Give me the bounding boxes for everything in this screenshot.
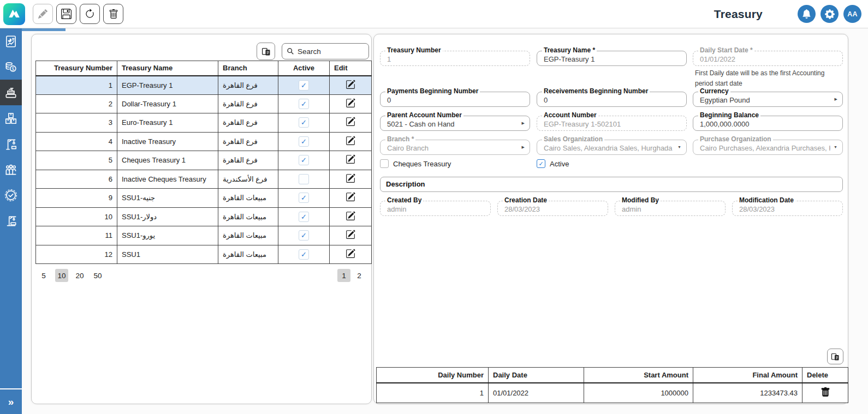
daily-table-row[interactable]: 1 01/01/2022 1000000 1233473.43: [377, 383, 848, 403]
table-row[interactable]: 5 Cheques Treasury 1 فرع القاهرة ✓: [36, 151, 372, 170]
edit-row-button[interactable]: [346, 98, 355, 108]
edit-row-button[interactable]: [346, 136, 355, 146]
treasury-name-cell: Inactive Cheques Treasury: [117, 170, 218, 189]
row-active-checkbox[interactable]: ✓: [299, 230, 309, 241]
copy-daily-table-button[interactable]: [827, 349, 843, 364]
accent-strip: [22, 28, 66, 31]
edit-row-button[interactable]: [346, 173, 355, 183]
table-row[interactable]: 3 Euro-Treasury 1 فرع القاهرة ✓: [36, 113, 372, 133]
sidebar-item-reports[interactable]: [0, 28, 22, 54]
expand-icon: »: [8, 396, 14, 408]
table-row[interactable]: 12 SSU1 مبيعات القاهرة ✓: [36, 245, 372, 264]
edit-row-button[interactable]: [346, 192, 355, 202]
treasury-number-cell: 1: [36, 76, 117, 95]
treasury-number-cell: 9: [36, 189, 117, 208]
search-input[interactable]: [298, 47, 358, 56]
treasury-name-cell: Inactive Treasury: [117, 132, 218, 151]
table-row[interactable]: 10 SSU1-دولار مبيعات القاهرة ✓: [36, 207, 372, 226]
sidebar-item-inventory[interactable]: [0, 105, 22, 131]
branch-cell: مبيعات القاهرة: [218, 207, 278, 226]
field-payments-beginning-number[interactable]: Payments Beginning Number 0: [380, 92, 530, 107]
edit-row-button[interactable]: [346, 249, 355, 259]
edit-row-button[interactable]: [346, 117, 355, 127]
field-value: 28/03/2023: [739, 205, 830, 213]
table-row[interactable]: 1 EGP-Treasury 1 فرع القاهرة ✓: [36, 76, 372, 95]
sidebar-item-projects[interactable]: [0, 131, 22, 157]
treasury-number-cell: 4: [36, 132, 117, 151]
sidebar-item-treasury[interactable]: [0, 80, 22, 105]
col-branch[interactable]: Branch: [218, 61, 278, 76]
col-final-amount: Final Amount: [693, 368, 802, 383]
table-header-row: Treasury Number Treasury Name Branch Act…: [36, 61, 372, 76]
table-row[interactable]: 4 Inactive Treasury فرع القاهرة ✓: [36, 132, 372, 151]
col-treasury-name[interactable]: Treasury Name: [117, 61, 218, 76]
table-row[interactable]: 9 SSU1-جنيه مبيعات القاهرة ✓: [36, 189, 372, 208]
table-row[interactable]: 11 SSU1-يورو مبيعات القاهرة ✓: [36, 226, 372, 245]
row-active-checkbox[interactable]: ✓: [299, 136, 309, 147]
branch-cell: مبيعات القاهرة: [218, 189, 278, 208]
edit-row-button[interactable]: [346, 211, 355, 221]
field-treasury-name[interactable]: Treasury Name * EGP-Treasury 1: [537, 51, 687, 66]
notifications-button[interactable]: [798, 5, 816, 23]
active-checkbox[interactable]: ✓: [537, 159, 545, 168]
chevron-right-icon[interactable]: ▶: [522, 121, 525, 125]
row-active-checkbox[interactable]: ✓: [299, 249, 309, 260]
page-size-option[interactable]: 10: [55, 269, 68, 282]
edit-row-button[interactable]: [346, 230, 355, 239]
edit-row-button[interactable]: [346, 80, 355, 89]
sidebar-item-construction[interactable]: [0, 208, 22, 233]
table-row[interactable]: 2 Dollar-Treasury 1 فرع القاهرة ✓: [36, 94, 372, 113]
app-logo[interactable]: [3, 3, 25, 25]
start-amount-cell: 1000000: [584, 383, 693, 403]
field-purchase-organization: Purchase Organization Cairo Purchases, A…: [693, 140, 843, 155]
page-number[interactable]: 1: [337, 269, 350, 282]
table-row[interactable]: 6 Inactive Cheques Treasury فرع الأسكندر…: [36, 170, 372, 189]
copy-list-button[interactable]: [257, 43, 275, 60]
field-label: Created By: [385, 196, 423, 204]
sidebar-item-hr[interactable]: [0, 157, 22, 182]
save-button[interactable]: [56, 4, 76, 24]
chevron-right-icon[interactable]: ▶: [835, 97, 837, 101]
delete-row-button[interactable]: [821, 387, 830, 397]
field-sales-organization: Sales Organization Cairo Sales, Alexandr…: [537, 140, 687, 155]
col-treasury-number[interactable]: Treasury Number: [36, 61, 117, 76]
row-active-checkbox[interactable]: ✓: [299, 155, 309, 165]
copy-icon: [831, 352, 840, 361]
field-label: Description: [381, 177, 842, 191]
sidebar-expand-button[interactable]: »: [0, 388, 22, 414]
row-active-checkbox[interactable]: [299, 174, 309, 184]
trash-fill-icon: [821, 387, 830, 397]
row-active-checkbox[interactable]: ✓: [299, 80, 309, 91]
field-beginning-balance[interactable]: Beginning Balance 1,000,000.0000: [693, 116, 843, 131]
daily-table: Daily Number Daily Date Start Amount Fin…: [376, 367, 848, 403]
field-description[interactable]: Description: [380, 177, 843, 192]
pencil-square-icon: [346, 98, 355, 108]
row-active-checkbox[interactable]: ✓: [299, 99, 309, 109]
page-size-selector: 5102050: [37, 269, 109, 282]
row-active-checkbox[interactable]: ✓: [299, 212, 309, 222]
quality-badge-icon: [4, 188, 18, 202]
treasury-name-cell: SSU1-جنيه: [117, 189, 218, 208]
edit-row-button[interactable]: [346, 154, 355, 164]
row-active-checkbox[interactable]: ✓: [299, 117, 309, 128]
branch-cell: فرع الأسكندرية: [218, 170, 278, 189]
delete-button[interactable]: [103, 4, 123, 24]
cheques-treasury-checkbox[interactable]: [380, 159, 389, 168]
col-active[interactable]: Active: [278, 61, 330, 76]
edit-record-button[interactable]: [33, 4, 53, 24]
row-active-checkbox[interactable]: ✓: [299, 193, 309, 203]
page-size-option[interactable]: 50: [91, 269, 104, 282]
sidebar-item-quality[interactable]: [0, 182, 22, 208]
page-size-option[interactable]: 20: [73, 269, 86, 282]
search-box[interactable]: [282, 43, 369, 59]
settings-button[interactable]: [821, 5, 839, 23]
page-number[interactable]: 2: [353, 269, 366, 282]
sidebar-item-finance[interactable]: $: [0, 54, 22, 80]
user-avatar[interactable]: AA: [843, 5, 861, 23]
field-modified-by: Modified By admin: [615, 201, 726, 216]
field-currency[interactable]: Currency Egyptian Pound ▶: [693, 92, 843, 107]
field-receivements-beginning-number[interactable]: Receivements Beginning Number 0: [537, 92, 687, 107]
page-size-option[interactable]: 5: [37, 269, 50, 282]
field-parent-account-number[interactable]: Parent Account Number 5021 - Cash on Han…: [380, 116, 530, 131]
refresh-button[interactable]: [80, 4, 100, 24]
